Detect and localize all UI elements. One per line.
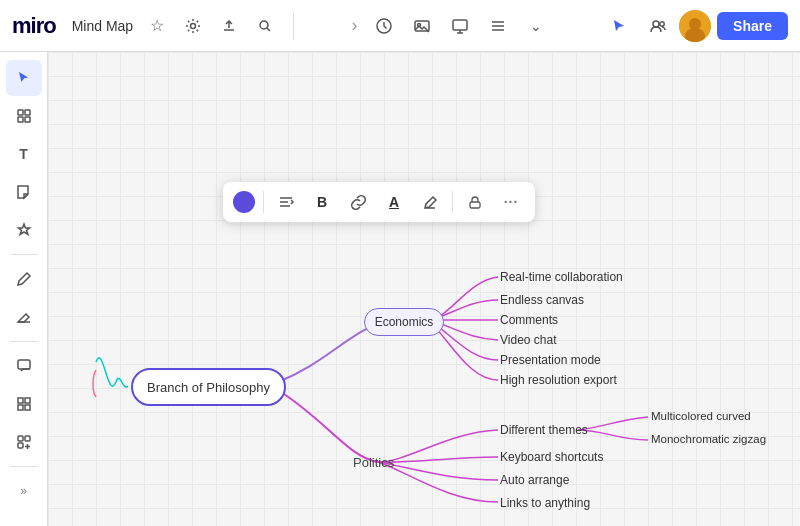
more-tools[interactable]: » bbox=[6, 473, 42, 509]
doc-title: Mind Map bbox=[72, 18, 133, 34]
search-icon[interactable] bbox=[251, 12, 279, 40]
eraser-tool[interactable] bbox=[6, 299, 42, 335]
image-center-icon[interactable] bbox=[406, 10, 438, 42]
child-links[interactable]: Links to anything bbox=[500, 496, 590, 510]
bold-icon[interactable]: B bbox=[308, 188, 336, 216]
child-videochat[interactable]: Video chat bbox=[500, 333, 557, 347]
svg-rect-15 bbox=[18, 360, 30, 369]
child-comments[interactable]: Comments bbox=[500, 313, 558, 327]
svg-rect-11 bbox=[18, 110, 23, 115]
child-keyboard[interactable]: Keyboard shortcuts bbox=[500, 450, 603, 464]
svg-rect-14 bbox=[25, 117, 30, 122]
svg-rect-5 bbox=[453, 20, 467, 30]
svg-rect-13 bbox=[18, 117, 23, 122]
svg-rect-20 bbox=[18, 436, 23, 441]
settings-icon[interactable] bbox=[179, 12, 207, 40]
share-button[interactable]: Share bbox=[717, 12, 788, 40]
svg-point-1 bbox=[260, 21, 268, 29]
star-icon[interactable]: ☆ bbox=[143, 12, 171, 40]
apps-tool[interactable] bbox=[6, 424, 42, 460]
tool-separator-3 bbox=[10, 466, 38, 467]
main-area: T bbox=[0, 52, 800, 526]
child-themes[interactable]: Different themes bbox=[500, 423, 588, 437]
shape-tool[interactable] bbox=[6, 212, 42, 248]
avatar[interactable] bbox=[679, 10, 711, 42]
select-tool[interactable] bbox=[6, 60, 42, 96]
list-center-icon[interactable] bbox=[482, 10, 514, 42]
mindmap-svg bbox=[48, 52, 800, 526]
collaborate-icon[interactable] bbox=[641, 10, 673, 42]
svg-rect-19 bbox=[25, 405, 30, 410]
root-node[interactable]: Branch of Philosophy bbox=[131, 368, 286, 406]
link-icon[interactable] bbox=[344, 188, 372, 216]
highlight-icon[interactable] bbox=[416, 188, 444, 216]
pen-tool[interactable] bbox=[6, 261, 42, 297]
svg-point-7 bbox=[660, 21, 664, 25]
grid-tool[interactable] bbox=[6, 386, 42, 422]
align-icon[interactable] bbox=[272, 188, 300, 216]
more-center-icon[interactable]: ⌄ bbox=[520, 10, 552, 42]
float-sep-1 bbox=[263, 191, 264, 213]
tool-separator-1 bbox=[10, 254, 38, 255]
politics-node[interactable]: Politics bbox=[353, 455, 394, 470]
child-multicolored[interactable]: Multicolored curved bbox=[651, 410, 751, 422]
more-icon[interactable]: ··· bbox=[497, 188, 525, 216]
cursor-right-icon[interactable] bbox=[603, 10, 635, 42]
topbar-right: Share bbox=[603, 10, 788, 42]
child-realtime[interactable]: Real-time collaboration bbox=[500, 270, 623, 284]
color-picker[interactable] bbox=[233, 191, 255, 213]
upload-icon[interactable] bbox=[215, 12, 243, 40]
float-sep-2 bbox=[452, 191, 453, 213]
underline-icon[interactable]: A bbox=[380, 188, 408, 216]
child-arrange[interactable]: Auto arrange bbox=[500, 473, 569, 487]
child-monochromatic[interactable]: Monochromatic zigzag bbox=[651, 433, 766, 445]
tool-separator-2 bbox=[10, 341, 38, 342]
screen-center-icon[interactable] bbox=[444, 10, 476, 42]
text-tool[interactable]: T bbox=[6, 136, 42, 172]
float-toolbar: B A ··· bbox=[223, 182, 535, 222]
canvas: B A ··· bbox=[48, 52, 800, 526]
svg-rect-21 bbox=[25, 436, 30, 441]
svg-rect-17 bbox=[25, 398, 30, 403]
economics-node[interactable]: Economics bbox=[364, 308, 444, 336]
child-endless[interactable]: Endless canvas bbox=[500, 293, 584, 307]
frame-tool[interactable] bbox=[6, 98, 42, 134]
sticky-tool[interactable] bbox=[6, 174, 42, 210]
comment-tool[interactable] bbox=[6, 348, 42, 384]
svg-rect-23 bbox=[470, 202, 480, 208]
svg-point-6 bbox=[653, 21, 659, 27]
lock-icon[interactable] bbox=[461, 188, 489, 216]
miro-logo: miro bbox=[12, 13, 56, 39]
topbar: miro Mind Map ☆ › bbox=[0, 0, 800, 52]
svg-point-0 bbox=[191, 23, 196, 28]
svg-rect-22 bbox=[18, 443, 23, 448]
left-toolbar: T bbox=[0, 52, 48, 526]
svg-rect-18 bbox=[18, 405, 23, 410]
child-presentation[interactable]: Presentation mode bbox=[500, 353, 601, 367]
timer-center-icon[interactable] bbox=[368, 10, 400, 42]
child-highres[interactable]: High resolution export bbox=[500, 373, 617, 387]
svg-rect-12 bbox=[25, 110, 30, 115]
svg-rect-16 bbox=[18, 398, 23, 403]
topbar-center: › ⌄ bbox=[308, 10, 595, 42]
